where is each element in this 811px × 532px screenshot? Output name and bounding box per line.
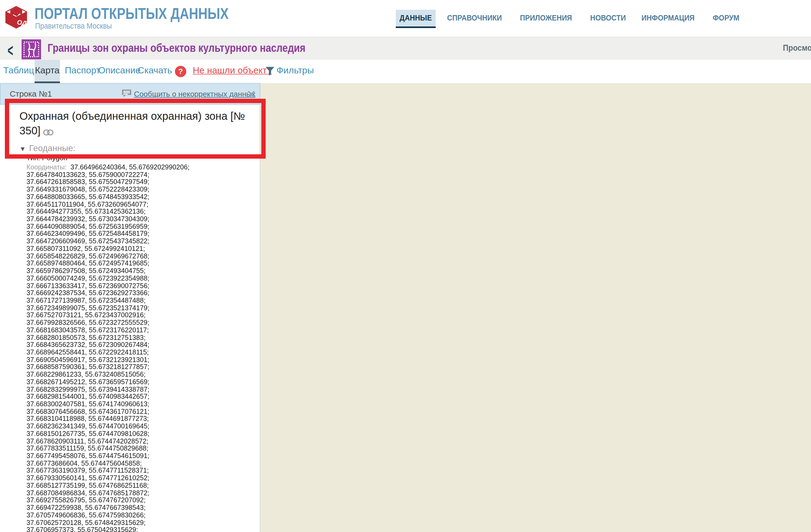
svg-text:ОД: ОД bbox=[16, 18, 27, 27]
